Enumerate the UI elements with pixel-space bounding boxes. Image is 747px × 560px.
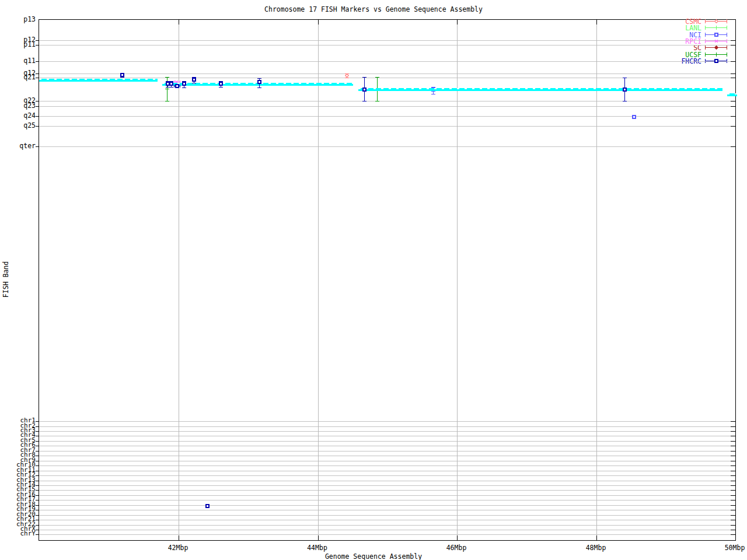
y-tick-label: q24 — [0, 113, 36, 118]
axis-tick-right — [731, 40, 735, 41]
legend-marker-sample — [705, 21, 727, 22]
error-bar-cap — [375, 77, 379, 78]
x-axis-title: Genome Sequence Assembly — [0, 552, 747, 560]
y-axis-title: FISH Band — [2, 261, 10, 298]
legend-marker-csmc — [714, 19, 718, 23]
error-bar-cap — [623, 78, 627, 78]
gridline-horizontal — [39, 146, 735, 147]
error-bar-cap — [165, 101, 169, 102]
axis-tick-right — [731, 525, 735, 526]
legend-sample-cap — [727, 46, 727, 50]
legend-marker-sc — [714, 46, 718, 50]
axis-tick-top — [318, 20, 319, 24]
y-tick-label: q11 — [0, 58, 36, 64]
axis-tick-right — [731, 456, 735, 456]
gridline-horizontal — [39, 40, 735, 41]
legend-marker-sample — [705, 47, 727, 48]
axis-tick-left — [36, 520, 39, 520]
x-tick-label: 44Mbp — [296, 544, 338, 552]
gridline-horizontal — [39, 481, 735, 481]
axis-tick-left — [36, 495, 39, 496]
gridline-horizontal — [39, 446, 735, 446]
axis-tick-left — [36, 515, 39, 516]
y-tick-label: p13 — [0, 16, 36, 22]
chart-title: Chromosome 17 FISH Markers vs Genome Seq… — [0, 5, 747, 13]
axis-tick-left — [36, 475, 39, 476]
gridline-horizontal — [39, 61, 735, 62]
y-tick-label: q25 — [0, 123, 36, 128]
legend-sample-cap — [727, 52, 727, 57]
gridline-horizontal — [39, 510, 735, 510]
axis-tick-bottom — [179, 536, 179, 540]
gridline-horizontal — [39, 475, 735, 476]
axis-tick-left — [36, 490, 39, 491]
legend-marker-sample — [705, 34, 727, 35]
legend-marker-fhcrc — [714, 59, 718, 63]
error-bar-cap — [623, 101, 627, 102]
axis-tick-left — [36, 45, 39, 46]
axis-tick-top — [457, 20, 458, 24]
axis-tick-left — [36, 451, 39, 452]
legend-row: RPCI — [642, 41, 735, 48]
data-point-fhcrc — [219, 82, 223, 86]
legend-sample-cap — [705, 52, 706, 57]
axis-tick-left — [36, 74, 39, 74]
error-bar-cap — [169, 87, 173, 88]
axis-tick-right — [731, 426, 735, 427]
gridline-horizontal — [39, 456, 735, 456]
axis-tick-right — [731, 471, 735, 471]
error-bar-cap — [182, 88, 186, 88]
data-point-fhcrc — [175, 84, 179, 88]
x-tick-label: 46Mbp — [435, 544, 477, 552]
gridline-horizontal — [39, 451, 735, 452]
data-point-nci — [632, 115, 636, 119]
gridline-horizontal — [39, 421, 735, 422]
axis-tick-left — [36, 461, 39, 461]
axis-tick-left — [36, 530, 39, 530]
axis-tick-right — [731, 481, 735, 481]
assembly-track-segment — [358, 88, 722, 91]
axis-tick-left — [36, 441, 39, 442]
legend-marker-ucsf-stroke — [714, 54, 718, 55]
gridline-vertical — [596, 20, 597, 540]
axis-tick-left — [36, 116, 39, 117]
axis-tick-right — [731, 101, 735, 102]
axis-tick-right — [731, 505, 735, 506]
gridline-horizontal — [39, 466, 735, 466]
legend-row: LANL — [642, 27, 735, 34]
gridline-horizontal — [39, 495, 735, 496]
axis-tick-right — [731, 146, 735, 147]
gridline-horizontal — [39, 490, 735, 491]
axis-tick-right — [731, 61, 735, 62]
axis-tick-top — [596, 20, 597, 24]
axis-tick-right — [731, 510, 735, 510]
axis-tick-right — [731, 475, 735, 476]
error-bar-cap — [165, 77, 169, 78]
gridline-horizontal — [39, 126, 735, 127]
axis-tick-left — [36, 456, 39, 456]
axis-tick-left — [36, 61, 39, 62]
gridline-horizontal — [39, 520, 735, 520]
axis-tick-right — [731, 74, 735, 74]
gridline-horizontal — [39, 471, 735, 471]
y-tick-label: q21 — [0, 74, 36, 80]
error-bar-cap — [180, 85, 180, 88]
axis-tick-right — [731, 451, 735, 452]
axis-tick-top — [179, 20, 179, 24]
axis-tick-left — [36, 485, 39, 486]
axis-tick-left — [36, 126, 39, 127]
data-point-csmc — [345, 74, 349, 78]
error-bar-cap — [362, 101, 366, 102]
legend-sample-cap — [727, 33, 727, 37]
chr-tick-label: chrY — [0, 531, 36, 536]
axis-tick-right — [731, 78, 735, 78]
axis-tick-right — [731, 45, 735, 46]
axis-tick-left — [36, 101, 39, 102]
gridline-vertical — [179, 20, 179, 540]
gridline-horizontal — [39, 441, 735, 442]
axis-tick-top — [735, 20, 736, 24]
x-tick-label: 42Mbp — [157, 544, 199, 552]
plot-area — [39, 19, 736, 541]
axis-tick-left — [36, 421, 39, 422]
axis-tick-left — [36, 534, 39, 535]
